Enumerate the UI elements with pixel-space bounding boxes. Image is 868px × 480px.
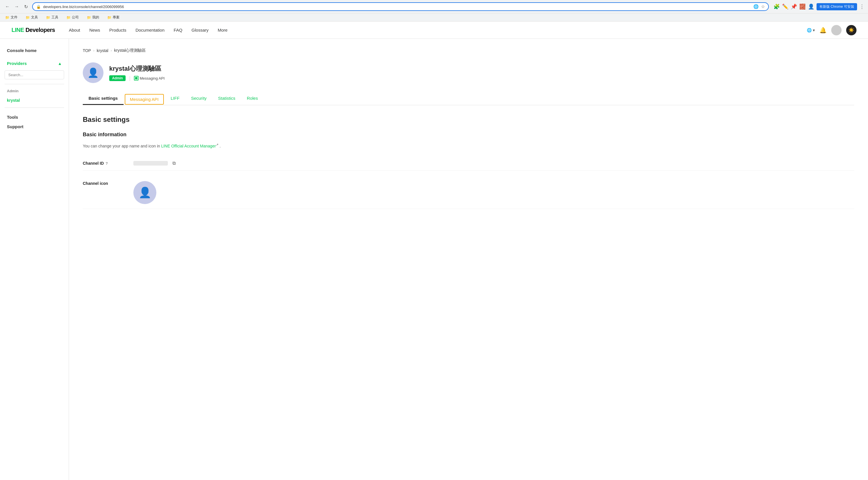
extension-icon-1[interactable]: 🧩 [773, 3, 780, 10]
bookmark-folder-icon-3: 📁 [46, 16, 50, 20]
channel-avatar: 👤 [83, 62, 103, 83]
refresh-button[interactable]: ↻ [22, 3, 30, 11]
notifications-bell[interactable]: 🔔 [819, 27, 827, 34]
bookmark-star-icon[interactable]: ☆ [761, 4, 765, 9]
sidebar-divider-1 [5, 84, 64, 84]
bookmark-label-4: 公司 [72, 15, 79, 20]
bookmark-folder-icon-2: 📁 [26, 16, 30, 20]
back-button[interactable]: ← [3, 3, 11, 11]
tab-statistics[interactable]: Statistics [212, 92, 241, 105]
nav-news[interactable]: News [89, 28, 100, 32]
channel-id-label: Channel ID ? [83, 161, 129, 166]
user-avatar[interactable] [831, 25, 842, 35]
channel-id-copy-button[interactable]: ⧉ [173, 161, 176, 166]
site-logo[interactable]: LINE Developers [11, 27, 55, 33]
breadcrumb-provider[interactable]: krystal [97, 48, 108, 53]
bookmark-stationery[interactable]: 📁 文具 [24, 14, 40, 21]
forward-button[interactable]: → [13, 3, 21, 11]
main-navigation: About News Products Documentation FAQ Gl… [69, 28, 807, 32]
channel-icon-label: Channel icon [83, 181, 129, 186]
browser-chrome: ← → ↻ 🔒 🌐 ☆ 🧩 ✏️ 📌 🧱 👤 有新版 Chrome 可安裝 ⋮ … [0, 0, 868, 22]
channel-icon-preview: 👤 [133, 181, 156, 204]
messaging-api-icon [134, 76, 138, 81]
bookmark-documents[interactable]: 📁 文件 [3, 14, 19, 21]
basic-info-title: Basic information [83, 132, 854, 138]
chrome-update-button[interactable]: 有新版 Chrome 可安裝 [816, 3, 857, 10]
site-header: LINE Developers About News Products Docu… [0, 22, 868, 39]
bookmarks-bar: 📁 文件 📁 文具 📁 工具 📁 公司 📁 我的 📁 專案 [0, 13, 868, 21]
channel-id-value [133, 161, 168, 166]
bookmark-label-2: 文具 [31, 15, 38, 20]
sidebar-admin-group: Admin [0, 87, 69, 95]
bookmark-folder-icon-6: 📁 [107, 16, 112, 20]
sidebar-console-home[interactable]: Console home [0, 46, 69, 58]
bookmark-label-6: 專案 [113, 15, 120, 20]
bookmark-tools[interactable]: 📁 工具 [44, 14, 60, 21]
browser-toolbar: ← → ↻ 🔒 🌐 ☆ 🧩 ✏️ 📌 🧱 👤 有新版 Chrome 可安裝 ⋮ [0, 0, 868, 13]
nav-faq[interactable]: FAQ [174, 28, 182, 32]
translate-icon[interactable]: 🌐 [753, 4, 759, 9]
sidebar-support[interactable]: Support [0, 122, 69, 131]
breadcrumb-channel: krystal心理測驗區 [114, 48, 146, 53]
url-input[interactable] [43, 5, 751, 9]
header-right: 🌐 ▾ 🔔 ☀️ [807, 25, 857, 35]
tab-roles[interactable]: Roles [241, 92, 264, 105]
menu-dots-icon[interactable]: ⋮ [859, 3, 865, 10]
nav-products[interactable]: Products [109, 28, 126, 32]
channel-id-label-text: Channel ID [83, 161, 104, 166]
channel-name: krystal心理測驗區 [109, 64, 165, 73]
channel-id-help-icon[interactable]: ? [105, 161, 108, 166]
external-link-icon: ↗ [216, 143, 218, 146]
globe-icon: 🌐 [807, 28, 812, 32]
logo-developers: Developers [26, 27, 55, 33]
profile-icon[interactable]: 👤 [808, 3, 814, 10]
sidebar-providers-chevron[interactable]: ▲ [58, 61, 62, 66]
tab-liff[interactable]: LIFF [165, 92, 185, 105]
secure-icon: 🔒 [36, 5, 41, 9]
sidebar-search-container [5, 70, 64, 79]
main-content: TOP › krystal › krystal心理測驗區 👤 krystal心理… [69, 39, 868, 480]
extension-icon-4[interactable]: 🧱 [799, 3, 806, 10]
basic-info-description: You can change your app name and icon in… [83, 142, 854, 149]
page-title: Basic settings [83, 116, 854, 124]
badge-admin: Admin [109, 75, 126, 81]
bookmark-label-5: 我的 [92, 15, 99, 20]
line-oa-manager-link[interactable]: LINE Official Account Manager [161, 144, 216, 148]
channel-id-field: Channel ID ? ⧉ [83, 156, 854, 171]
bookmark-folder-icon-5: 📁 [87, 16, 91, 20]
sidebar-item-krystal[interactable]: krystal [0, 95, 69, 105]
sidebar-search-input[interactable] [5, 70, 64, 79]
channel-icon-preview-icon: 👤 [138, 186, 152, 199]
sidebar: Console home Providers ▲ Admin krystal T… [0, 39, 69, 480]
sidebar-providers-label: Providers [7, 61, 27, 66]
browser-nav-buttons: ← → ↻ [3, 3, 30, 11]
language-selector[interactable]: 🌐 ▾ [807, 28, 815, 32]
tab-basic-settings[interactable]: Basic settings [83, 92, 124, 105]
tab-security[interactable]: Security [185, 92, 212, 105]
theme-toggle-icon: ☀️ [848, 27, 854, 33]
extension-icon-2[interactable]: ✏️ [782, 3, 788, 10]
tab-messaging-api[interactable]: Messaging API [125, 94, 164, 104]
desc-prefix: You can change your app name and icon in [83, 144, 161, 148]
nav-documentation[interactable]: Documentation [135, 28, 164, 32]
channel-badges: Admin | Messaging API [109, 75, 165, 81]
bookmark-folder-icon-1: 📁 [5, 16, 9, 20]
sidebar-tools[interactable]: Tools [0, 110, 69, 122]
extension-icon-3[interactable]: 📌 [791, 3, 797, 10]
nav-more[interactable]: More [218, 28, 228, 32]
bookmark-label-3: 工具 [52, 15, 58, 20]
desc-suffix: . [218, 144, 221, 148]
nav-glossary[interactable]: Glossary [191, 28, 208, 32]
breadcrumb-top[interactable]: TOP [83, 48, 91, 53]
theme-toggle-button[interactable]: ☀️ [846, 25, 857, 35]
address-bar[interactable]: 🔒 🌐 ☆ [32, 2, 769, 11]
bookmark-project[interactable]: 📁 專案 [105, 14, 121, 21]
channel-info: krystal心理測驗區 Admin | Messaging API [109, 64, 165, 81]
bookmark-mine[interactable]: 📁 我的 [85, 14, 101, 21]
nav-about[interactable]: About [69, 28, 80, 32]
badge-separator: | [129, 75, 130, 81]
badge-messaging-api: Messaging API [134, 76, 165, 81]
breadcrumb-sep-1: › [93, 49, 95, 53]
bookmark-company[interactable]: 📁 公司 [65, 14, 81, 21]
sidebar-divider-2 [5, 108, 64, 108]
